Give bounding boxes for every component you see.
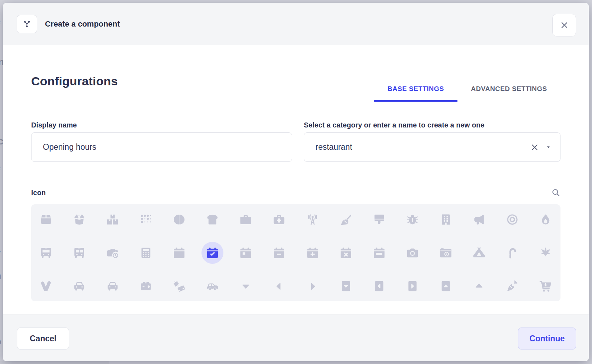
icon-option-box-open[interactable]: [73, 213, 86, 226]
icon-option-caret-square-left[interactable]: [373, 280, 386, 292]
component-icon-box: [17, 15, 37, 33]
icon-option-car-alt[interactable]: [106, 280, 119, 292]
car-battery-icon: [140, 280, 152, 292]
icon-option-bullseye[interactable]: [506, 213, 519, 226]
calendar-icon: [173, 246, 186, 259]
camera-icon: [406, 246, 419, 259]
calendar-day-icon: [239, 246, 252, 259]
calendar-plus-icon: [306, 246, 319, 259]
caret-right-icon: [306, 280, 319, 292]
icon-option-broom[interactable]: [340, 213, 352, 226]
icon-option-bus[interactable]: [40, 246, 52, 259]
calculator-icon: [140, 246, 152, 259]
icon-option-brain[interactable]: [173, 213, 186, 226]
icon-option-car[interactable]: [73, 280, 86, 292]
candy-cane-icon: [506, 246, 519, 259]
category-label: Select a category or enter a name to cre…: [304, 121, 560, 129]
icon-option-briefcase[interactable]: [239, 213, 252, 226]
icon-option-caret-square-up[interactable]: [439, 280, 452, 292]
icon-option-bread-slice[interactable]: [206, 213, 219, 226]
component-branch-icon: [22, 19, 32, 29]
close-button[interactable]: [552, 14, 576, 36]
icon-option-caret-up[interactable]: [473, 280, 485, 292]
icon-option-box[interactable]: [40, 213, 52, 226]
icon-option-calendar-times[interactable]: [340, 246, 352, 259]
clear-x-icon[interactable]: [530, 143, 539, 152]
display-name-label: Display name: [31, 121, 292, 129]
icon-option-camera[interactable]: [406, 246, 419, 259]
display-name-field: Display name: [31, 121, 292, 162]
calendar-week-icon: [373, 246, 386, 259]
icon-option-brush[interactable]: [373, 213, 386, 226]
create-component-modal: Create a component Configurations BASE S…: [3, 3, 589, 361]
fields-row: Display name Select a category or enter …: [31, 121, 560, 162]
icon-option-burn[interactable]: [539, 213, 552, 226]
tab-advanced-settings[interactable]: ADVANCED SETTINGS: [457, 85, 560, 102]
broom-icon: [340, 213, 352, 226]
camera-retro-icon: [439, 246, 452, 259]
bread-slice-icon: [206, 213, 219, 226]
icon-option-broadcast-tower[interactable]: [306, 213, 319, 226]
icon-option-camera-retro[interactable]: [439, 246, 452, 259]
icon-option-calculator[interactable]: [140, 246, 152, 259]
icon-option-carrot[interactable]: [506, 280, 519, 292]
cannabis-icon: [539, 246, 552, 259]
icon-picker-header: Icon: [31, 188, 560, 197]
icon-option-business-time[interactable]: [106, 246, 119, 259]
icon-option-caret-square-down[interactable]: [340, 280, 352, 292]
modal-header: Create a component: [3, 3, 589, 45]
car-icon: [73, 280, 86, 292]
icon-option-capsules[interactable]: [40, 280, 52, 292]
calendar-times-icon: [340, 246, 352, 259]
caret-down-icon[interactable]: [545, 144, 552, 150]
icon-label: Icon: [31, 189, 46, 197]
icon-option-caret-square-right[interactable]: [406, 280, 419, 292]
category-select[interactable]: restaurant: [304, 132, 560, 162]
icon-option-calendar-minus[interactable]: [273, 246, 285, 259]
business-time-icon: [106, 246, 119, 259]
carrot-icon: [506, 280, 519, 292]
briefcase-icon: [239, 213, 252, 226]
icon-option-bus-alt[interactable]: [73, 246, 86, 259]
category-value: restaurant: [315, 142, 352, 152]
icon-option-cannabis[interactable]: [539, 246, 552, 259]
backdrop-text-fragment: t: [0, 96, 3, 108]
display-name-input[interactable]: [31, 132, 292, 162]
icon-option-caret-down[interactable]: [239, 280, 252, 292]
bullhorn-icon: [473, 213, 485, 226]
icon-option-calendar-check[interactable]: [206, 246, 219, 259]
braille-icon: [140, 213, 152, 226]
backdrop-text-fragment: r: [0, 194, 3, 206]
search-icon[interactable]: [551, 188, 560, 197]
campground-icon: [473, 246, 485, 259]
icon-option-campground[interactable]: [473, 246, 485, 259]
continue-button[interactable]: Continue: [518, 328, 576, 349]
cancel-button[interactable]: Cancel: [17, 328, 69, 349]
icon-option-candy-cane[interactable]: [506, 246, 519, 259]
icon-option-briefcase-medical[interactable]: [273, 213, 285, 226]
building-icon: [439, 213, 452, 226]
tab-base-settings[interactable]: BASE SETTINGS: [374, 85, 457, 102]
icon-option-car-battery[interactable]: [140, 280, 152, 292]
icon-option-building[interactable]: [439, 213, 452, 226]
icon-option-bug[interactable]: [406, 213, 419, 226]
configurations-header-row: Configurations BASE SETTINGSADVANCED SET…: [31, 45, 560, 102]
icon-option-boxes[interactable]: [106, 213, 119, 226]
icon-option-braille[interactable]: [140, 213, 152, 226]
icon-option-caret-right[interactable]: [306, 280, 319, 292]
icon-option-calendar-plus[interactable]: [306, 246, 319, 259]
car-alt-icon: [106, 280, 119, 292]
icon-option-calendar-week[interactable]: [373, 246, 386, 259]
icon-option-calendar[interactable]: [173, 246, 186, 259]
icon-option-bullhorn[interactable]: [473, 213, 485, 226]
backdrop-text-fragment: e: [0, 162, 3, 174]
icon-option-car-side[interactable]: [206, 280, 219, 292]
icon-option-calendar-day[interactable]: [239, 246, 252, 259]
caret-left-icon: [273, 280, 285, 292]
bus-icon: [40, 246, 52, 259]
icon-option-cart-arrow-down[interactable]: [539, 280, 552, 292]
caret-square-left-icon: [373, 280, 386, 292]
box-icon: [40, 213, 52, 226]
icon-option-caret-left[interactable]: [273, 280, 285, 292]
icon-option-car-crash[interactable]: [173, 280, 186, 292]
